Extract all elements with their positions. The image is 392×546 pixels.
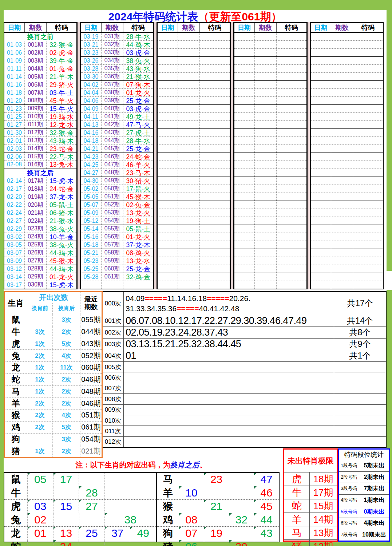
cell-period: [255, 209, 277, 217]
zodiac-numbers-table-right: 马2347羊1046猴2145鸡083244狗071943猪0630: [157, 472, 280, 542]
table-row: [234, 193, 306, 201]
cell-period: 026期: [25, 249, 47, 257]
cell-date: [158, 105, 178, 112]
cell-period: 027期: [25, 257, 47, 265]
cell-date: 03-02: [4, 233, 25, 241]
segment-stats-row: 6段号码4期未出: [339, 518, 389, 530]
table-row: [234, 161, 306, 169]
cell-date: [158, 209, 178, 217]
table-row: [234, 57, 306, 65]
missing-zodiac-periods: 12期: [310, 540, 337, 546]
zodiac-number-cell: 13: [54, 527, 79, 540]
table-row: [311, 193, 383, 201]
cell-date: [234, 153, 255, 161]
table-row: [158, 249, 230, 257]
table-row: [158, 241, 230, 249]
cell-period: [178, 113, 200, 120]
zodiac-number-cell: 44: [254, 513, 279, 526]
cell-period: [178, 121, 200, 128]
table-row: [311, 273, 383, 281]
cell-period: [255, 241, 277, 249]
cell-period: 028期: [25, 265, 47, 273]
table-row: 04-16043期27-虎-土: [81, 129, 153, 137]
cell-period: [255, 129, 277, 136]
table-row: [311, 225, 383, 233]
table-row: [311, 145, 383, 153]
table-row: 02-08016期13-兔-木: [4, 161, 76, 169]
cell-special-code: 38-兔-火: [47, 225, 76, 233]
cell-date: [234, 97, 255, 104]
zodiac-number-cell: 46: [254, 486, 279, 499]
stats-zodiac: 龙: [5, 362, 27, 373]
table-row: 04-27048期23-马-木: [81, 169, 153, 177]
cell-date: [234, 49, 255, 56]
table-row: [234, 281, 306, 289]
table-row: [158, 161, 230, 169]
frequency-row: 011次: [103, 426, 386, 436]
zodiac-number-cell: [204, 540, 229, 546]
zodiac-number-cell: 05: [28, 473, 54, 486]
cell-period: [178, 145, 200, 153]
cell-date: [311, 209, 331, 217]
zodiac-number-cell: 06: [179, 540, 204, 546]
cell-period: 046期: [102, 153, 123, 161]
table-row: [234, 273, 306, 281]
stats-after-count: 3次: [53, 314, 80, 326]
cell-period: 039期: [102, 97, 123, 104]
cell-period: [331, 233, 353, 241]
zodiac-name: 蛇: [4, 540, 28, 546]
cell-period: [331, 265, 353, 273]
cell-period: [255, 113, 277, 120]
period-group-1: 日期期数特码换肖之前01-03001期32-猴-金01-06002期02-虎-金…: [4, 22, 77, 289]
zodiac-number-row: 蛇24: [4, 540, 156, 546]
table-row: [158, 225, 230, 233]
cell-special-code: 38-兔-火: [123, 57, 153, 64]
frequency-numbers: 01: [124, 350, 334, 361]
stats-zodiac: 牛: [5, 326, 27, 338]
cell-date: 04-13: [81, 121, 102, 128]
zodiac-number-row: 羊1046: [157, 486, 279, 500]
table-row: [158, 121, 230, 129]
missing-zodiac-title: 未出特肖极限: [284, 450, 337, 472]
cell-special-code: [353, 105, 383, 112]
middle-section: 生肖 开出次数 换肖前 换肖后 最近期数 鼠3次055期牛3次2次044期虎1次…: [4, 291, 387, 458]
zodiac-number-cell: 01: [28, 527, 54, 540]
segment-value: 5期未出: [359, 460, 389, 471]
cell-special-code: 25-龙-金: [123, 145, 153, 153]
cell-period: 059期: [102, 257, 123, 265]
cell-special-code: [277, 129, 306, 136]
missing-zodiac-name: 牛: [284, 486, 310, 499]
segment-label: 7段号码: [339, 529, 359, 541]
segment-value: 0期未出: [359, 506, 389, 518]
table-row: 05-25060期25-龙-金: [81, 265, 153, 273]
cell-special-code: [277, 121, 306, 128]
cell-date: [158, 265, 178, 273]
zodiac-numbers-table-left: 鼠0517牛28虎031527兔0238龙0113253749蛇24: [4, 472, 157, 542]
segment-stats-row: 4段号码1期未出: [339, 495, 389, 506]
cell-date: [234, 81, 255, 88]
missing-zodiac-row: 马13期: [284, 526, 337, 540]
zodiac-name: 猴: [157, 500, 179, 513]
frequency-label: 010次: [103, 415, 124, 426]
stats-recent-period: 054期: [80, 434, 102, 445]
cell-period: [255, 41, 277, 48]
zodiac-number-cell: 38: [105, 513, 156, 526]
cell-period: [331, 201, 353, 209]
frequency-row: 009次: [103, 405, 386, 415]
column-header-row: 日期期数特码: [158, 23, 230, 33]
table-row: 03-12028期44-鸡-木: [4, 265, 76, 273]
segment-stats-row: 2段号码2期未出: [339, 472, 389, 483]
cell-date: 01-11: [4, 65, 25, 73]
zodiac-number-cell: [79, 473, 105, 486]
table-row: 05-14055期05-鼠-土: [81, 225, 153, 233]
missing-zodiac-name: 虎: [284, 472, 310, 486]
table-row: 05-23059期13-龙-水: [81, 257, 153, 265]
table-row: [311, 161, 383, 169]
missing-zodiac-row: 羊14期: [284, 513, 337, 526]
table-row: [234, 65, 306, 73]
cell-date: 04-09: [81, 105, 102, 112]
cell-period: [178, 281, 200, 289]
cell-date: 02-24: [4, 209, 25, 217]
table-row: [158, 233, 230, 241]
table-row: 03-14029期01-龙-火: [4, 273, 76, 281]
